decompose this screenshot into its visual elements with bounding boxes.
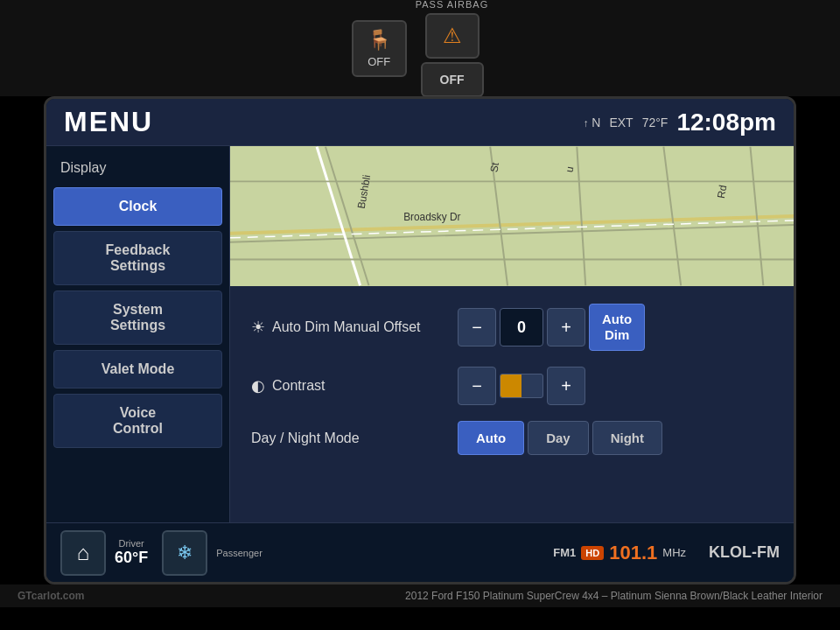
sun-icon: ☀: [251, 318, 265, 337]
contrast-minus-button[interactable]: −: [458, 367, 496, 405]
contrast-label: ◐ Contrast: [251, 376, 444, 396]
sidebar-item-valet-mode[interactable]: Valet Mode: [53, 350, 222, 388]
home-button[interactable]: ⌂: [60, 530, 106, 576]
day-night-row: Day / Night Mode Auto Day Night: [251, 421, 773, 455]
contrast-icon: ◐: [251, 376, 265, 396]
driver-info: Driver 60°F: [115, 538, 148, 567]
controls-area: ☀ Auto Dim Manual Offset − 0 + Auto Dim …: [230, 286, 794, 522]
auto-mode-button[interactable]: Auto: [458, 421, 524, 455]
clock-time-display: 12:08pm: [676, 108, 776, 136]
night-mode-button[interactable]: Night: [592, 421, 662, 455]
auto-dim-row: ☀ Auto Dim Manual Offset − 0 + Auto Dim: [251, 304, 773, 351]
map-area: Bushbli Broadsky Dr Rd St u: [230, 146, 794, 286]
auto-dim-minus-button[interactable]: −: [458, 308, 496, 346]
home-icon: ⌂: [77, 541, 90, 565]
radio-frequency: 101.1: [609, 542, 657, 564]
contrast-fill-indicator: [500, 374, 522, 397]
temperature-display: 72°F: [642, 116, 668, 130]
top-bar: 🪑 OFF PASS AIRBAG ⚠ OFF: [0, 0, 840, 96]
ext-label: EXT: [609, 116, 633, 130]
pass-airbag-label: PASS AIRBAG: [416, 0, 489, 10]
watermark: GTcarlot.com: [18, 590, 84, 602]
passenger-label: Passenger: [216, 548, 262, 558]
map-svg: Bushbli Broadsky Dr Rd St u: [230, 146, 794, 286]
display-unit: MENU ↑ N EXT 72°F 12:08pm Display Clock …: [44, 96, 796, 584]
mode-buttons: Auto Day Night: [458, 421, 662, 455]
map-road-broadsky-label: Broadsky Dr: [403, 211, 460, 223]
station-name: KLOL-FM: [709, 543, 780, 562]
fm-label: FM1: [553, 546, 576, 559]
photo-caption: 2012 Ford F150 Platinum SuperCrew 4x4 – …: [405, 590, 822, 602]
auto-dim-value: 0: [500, 308, 543, 346]
content-area: Display Clock Feedback Settings System S…: [46, 146, 794, 522]
status-bar: ⌂ Driver 60°F ❄ Passenger FM1 HD 101.1 M…: [46, 522, 794, 582]
pass-airbag-off-badge: OFF: [421, 62, 484, 97]
sidebar: Display Clock Feedback Settings System S…: [46, 146, 230, 522]
header-right: ↑ N EXT 72°F 12:08pm: [583, 108, 776, 136]
contrast-bar: [500, 374, 543, 398]
sidebar-item-voice-control[interactable]: Voice Control: [53, 394, 222, 448]
radio-unit: MHz: [662, 546, 686, 559]
sidebar-item-feedback-settings[interactable]: Feedback Settings: [53, 231, 222, 285]
driver-temperature: 60°F: [115, 549, 148, 567]
svg-rect-0: [230, 147, 794, 286]
sidebar-section-label: Display: [46, 155, 229, 185]
radio-info: FM1 HD 101.1 MHz KLOL-FM: [553, 542, 780, 564]
contrast-controls: − +: [458, 367, 585, 405]
auto-dim-toggle-button[interactable]: Auto Dim: [589, 304, 645, 351]
sidebar-item-clock[interactable]: Clock: [53, 187, 222, 226]
header-bar: MENU ↑ N EXT 72°F 12:08pm: [46, 99, 794, 146]
day-night-label: Day / Night Mode: [251, 430, 444, 446]
airbag-off-label: OFF: [368, 55, 390, 68]
menu-title: MENU: [64, 106, 153, 138]
driver-label: Driver: [118, 538, 144, 549]
airbag-off-button[interactable]: 🪑 OFF: [352, 20, 407, 77]
auto-dim-label: ☀ Auto Dim Manual Offset: [251, 318, 444, 337]
fan-icon: ❄: [177, 542, 192, 564]
auto-dim-plus-button[interactable]: +: [547, 308, 585, 346]
contrast-plus-button[interactable]: +: [547, 367, 585, 405]
bottom-caption: GTcarlot.com 2012 Ford F150 Platinum Sup…: [0, 584, 840, 607]
fan-button[interactable]: ❄: [162, 530, 207, 576]
sidebar-item-system-settings[interactable]: System Settings: [53, 290, 222, 345]
day-mode-button[interactable]: Day: [528, 421, 589, 455]
seat-icon: 🪑: [368, 29, 391, 52]
main-panel: Bushbli Broadsky Dr Rd St u ☀ Auto Dim M…: [230, 146, 794, 522]
compass-indicator: ↑ N: [583, 116, 600, 130]
passenger-info: Passenger: [216, 548, 262, 558]
contrast-row: ◐ Contrast − +: [251, 367, 773, 405]
warning-icon: ⚠: [425, 13, 480, 59]
auto-dim-controls: − 0 + Auto Dim: [458, 304, 645, 351]
hd-badge: HD: [581, 546, 604, 560]
map-road-rd-label: Rd: [715, 184, 729, 199]
